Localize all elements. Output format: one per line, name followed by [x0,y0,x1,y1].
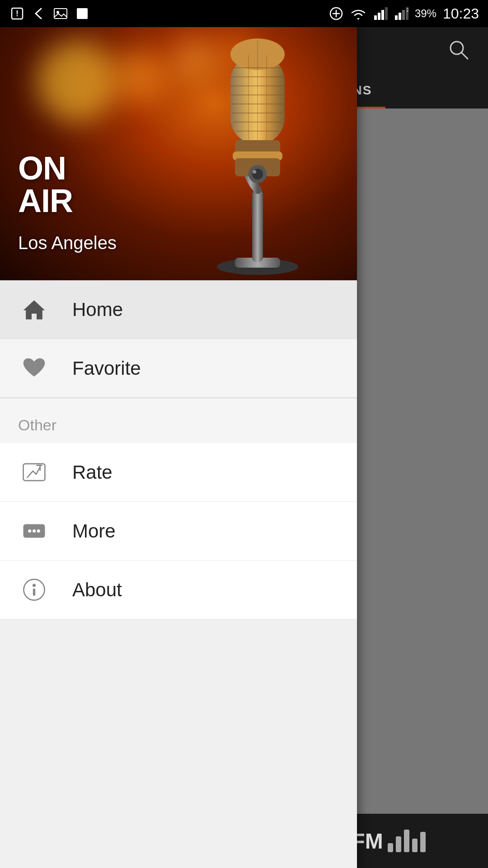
svg-rect-8 [374,15,377,20]
svg-rect-14 [402,10,405,20]
image-icon [52,5,69,22]
bokeh-light-2 [113,50,167,104]
svg-marker-41 [23,300,45,319]
time-display: 10:23 [443,5,479,22]
svg-point-46 [28,529,31,533]
svg-rect-11 [385,7,388,20]
svg-rect-4 [77,8,88,19]
fm-logo: FM [352,829,425,854]
on-air-line1: ON [18,152,73,184]
nav-item-rate[interactable]: Rate [0,443,357,502]
drawer-spacer [0,619,357,868]
svg-rect-51 [33,589,35,596]
microphone-image [172,27,343,280]
nav-item-more[interactable]: More [0,502,357,561]
hero-location: Los Angeles [18,233,117,253]
back-icon[interactable] [31,5,47,22]
svg-rect-9 [378,13,380,20]
eq-bar-4 [412,839,418,852]
eq-bar-3 [404,830,409,852]
svg-rect-12 [395,15,398,20]
rate-icon [18,457,50,488]
status-left-icons: ! [9,5,90,22]
about-icon [18,574,50,606]
nav-item-favorite[interactable]: Favorite [0,339,357,398]
svg-point-3 [56,11,59,14]
fm-equalizer-bars [388,830,426,852]
bokeh-light-1 [36,41,117,122]
eq-bar-1 [388,843,393,852]
on-air-text: ON AIR [18,152,73,217]
svg-text:2: 2 [407,8,408,13]
drawer-hero: ON AIR Los Angeles [0,27,357,280]
rate-label: Rate [72,462,113,483]
eq-bar-5 [420,832,426,852]
more-label: More [72,520,116,542]
svg-rect-2 [54,9,67,19]
favorite-label: Favorite [72,358,141,379]
battery-indicator: 39% [415,7,436,20]
status-right-icons: 2 39% 10:23 [329,5,479,22]
svg-point-47 [32,529,35,533]
other-section-label: Other [18,416,56,434]
home-label: Home [72,299,123,321]
about-label: About [72,579,122,601]
stop-icon [74,5,90,22]
svg-point-40 [253,170,256,174]
home-icon [18,294,50,326]
svg-rect-21 [252,190,263,262]
alert-icon: ! [9,5,25,22]
more-icon [18,515,50,547]
on-air-line2: AIR [18,184,73,217]
svg-point-48 [37,529,40,533]
app-container: STATIONS FM [0,27,488,868]
nav-item-home[interactable]: Home [0,280,357,339]
eq-bar-2 [396,836,401,852]
nav-item-about[interactable]: About [0,561,357,619]
other-section-header: Other [0,398,357,443]
svg-rect-10 [381,10,384,20]
svg-rect-13 [399,13,401,20]
svg-text:!: ! [16,9,19,18]
navigation-drawer: ON AIR Los Angeles Home Favorite [0,27,357,868]
status-bar: ! [0,0,488,27]
heart-icon [18,353,50,384]
svg-line-18 [461,52,468,59]
search-icon[interactable] [443,34,474,66]
svg-point-50 [32,584,35,587]
